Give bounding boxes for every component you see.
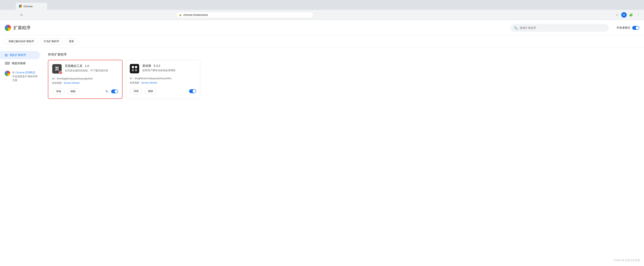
header-left: 扩展程序	[5, 25, 31, 31]
ext-info-1: 篡改猴 5.3.2 使用用户脚本自由地改变网络	[142, 64, 196, 72]
ext-inspect-1: 检查视图 Service Worker	[130, 81, 196, 85]
ext-icon-char-0: 页	[55, 66, 59, 72]
dot-4	[135, 69, 137, 71]
security-icon: 🔒	[179, 13, 182, 16]
bookmark-icon[interactable]: ☆	[614, 12, 620, 18]
extension-card-1: 篡改猴 5.3.2 使用用户脚本自由地改变网络 ID：dhdgffkkebhmk…	[126, 60, 200, 99]
update-button[interactable]: 更新	[65, 38, 78, 44]
discover-text: 在 Chrome 应用商店 中发现更多扩展程序和主题	[12, 71, 38, 82]
ext-icon-0: 页 ⊘	[52, 64, 62, 74]
ext-remove-btn-1[interactable]: 移除	[144, 88, 157, 94]
extensions-sidebar-icon: ⊞	[5, 53, 8, 57]
watermark: CSDN @ 京东云开发者	[614, 259, 640, 262]
refresh-button[interactable]: ↻	[19, 12, 24, 18]
address-bar-row: ← → ↻ 🔒 chrome://extensions ☆ A 🧩 ⋮	[0, 10, 644, 20]
ext-id-1: ID：dhdgffkkebhmkfjojejmpbldmpobfkfo	[130, 76, 196, 81]
ext-footer-0: 详情 移除 ↻	[52, 88, 118, 95]
ext-desc-0: 在页面右侧添加按钮，可下载页面内容	[65, 69, 118, 73]
ext-remove-btn-0[interactable]: 移除	[67, 88, 79, 95]
sidebar-item-my-extensions[interactable]: ⊞ 我的扩展程序	[0, 51, 40, 59]
discover-text-after: 中发现更多扩展程序和主题	[12, 75, 38, 82]
load-unpacked-button[interactable]: 加载已解压的扩展程序	[5, 38, 38, 44]
sidebar-keyboard-shortcuts-label: 键盘快捷键	[12, 62, 26, 65]
buttons-row: 加载已解压的扩展程序 打包扩展程序 更新	[0, 35, 644, 48]
dot-1	[132, 66, 134, 68]
section-title: 所有扩展程序	[48, 52, 639, 57]
extension-card-0: 页 ⊘ 页面概括工具 1.0	[48, 60, 122, 99]
discover-link[interactable]: Chrome 应用商店	[16, 71, 36, 74]
ext-meta-0: ID：fkmfddgllphicjleppbakhgoagkekbki 检查视图…	[52, 77, 118, 85]
ext-name-1: 篡改猴 5.3.2	[142, 64, 196, 68]
dot-3	[132, 69, 134, 71]
tab-title: Chrome	[24, 5, 32, 8]
dev-mode-toggle[interactable]	[632, 26, 639, 30]
ext-card-header-0: 页 ⊘ 页面概括工具 1.0	[52, 64, 118, 74]
discover-chrome-icon	[5, 71, 10, 76]
ext-meta-1: ID：dhdgffkkebhmkfjojejmpbldmpobfkfo 检查视图…	[130, 76, 196, 85]
chrome-logo	[5, 25, 11, 31]
more-menu-icon[interactable]: ⋮	[635, 12, 641, 18]
toolbar-right: ☆ A 🧩 ⋮	[614, 12, 641, 18]
main-content: 所有扩展程序 页 ⊘	[43, 48, 644, 266]
extensions-icon[interactable]: 🧩	[628, 12, 634, 18]
address-bar[interactable]: 🔒 chrome://extensions	[176, 12, 313, 18]
ext-version-1: 5.3.2	[154, 64, 160, 67]
sidebar-discover: 在 Chrome 应用商店 中发现更多扩展程序和主题	[0, 67, 43, 85]
extensions-grid: 页 ⊘ 页面概括工具 1.0	[48, 60, 639, 99]
ext-detail-btn-0[interactable]: 详情	[52, 88, 65, 95]
page: 扩展程序 🔍 开发者模式 加载已解压的扩展程序 打包扩展程序 更新 ⊞ 我	[0, 20, 644, 266]
keyboard-icon: ⌨	[5, 61, 10, 65]
dev-mode-section: 开发者模式	[616, 26, 639, 30]
ext-version-0: 1.0	[85, 64, 89, 67]
ext-service-worker-link-0[interactable]: Service Worker	[64, 82, 80, 84]
sidebar: ⊞ 我的扩展程序 ⌨ 键盘快捷键 在 Chrome 应用商店 中发现更多扩展程序…	[0, 48, 43, 266]
discover-text-before: 在	[12, 71, 15, 74]
dev-mode-label: 开发者模式	[616, 26, 630, 30]
ext-name-0: 页面概括工具 1.0	[65, 64, 118, 68]
ext-info-0: 页面概括工具 1.0 在页面右侧添加按钮，可下载页面内容	[65, 64, 118, 73]
ext-refresh-icon-0[interactable]: ↻	[106, 89, 108, 94]
search-icon: 🔍	[514, 26, 518, 30]
ext-desc-1: 使用用户脚本自由地改变网络	[142, 68, 196, 72]
tab-favicon	[19, 5, 22, 8]
back-button[interactable]: ←	[3, 12, 9, 18]
profile-menu-icon[interactable]: A	[621, 12, 627, 18]
ext-detail-btn-1[interactable]: 详情	[130, 88, 142, 94]
page-title: 扩展程序	[13, 25, 31, 31]
ext-badge-0: ⊘	[59, 71, 62, 74]
ext-toggle-0[interactable]	[111, 89, 118, 93]
browser-tab[interactable]: Chrome	[16, 3, 47, 10]
tampermonkey-dots	[130, 64, 139, 73]
ext-card-header-1: 篡改猴 5.3.2 使用用户脚本自由地改变网络	[130, 64, 196, 73]
ext-badge-icon-0: ⊘	[60, 72, 62, 74]
profile-avatar: A	[621, 12, 627, 18]
search-bar[interactable]: 🔍	[510, 24, 609, 32]
ext-icon-1	[130, 64, 139, 73]
forward-button[interactable]: →	[11, 12, 16, 18]
address-text: chrome://extensions	[184, 13, 208, 16]
pack-extension-button[interactable]: 打包扩展程序	[40, 38, 63, 44]
page-header: 扩展程序 🔍 开发者模式	[0, 20, 644, 35]
ext-footer-1: 详情 移除	[130, 88, 196, 94]
ext-inspect-0: 检查视图 Service Worker	[52, 81, 118, 85]
content-area: ⊞ 我的扩展程序 ⌨ 键盘快捷键 在 Chrome 应用商店 中发现更多扩展程序…	[0, 48, 644, 266]
sidebar-my-extensions-label: 我的扩展程序	[10, 53, 26, 57]
search-input[interactable]	[520, 26, 605, 29]
dot-2	[135, 66, 137, 68]
ext-id-0: ID：fkmfddgllphicjleppbakhgoagkekbki	[52, 77, 118, 81]
sidebar-item-keyboard-shortcuts[interactable]: ⌨ 键盘快捷键	[0, 59, 40, 67]
ext-toggle-1[interactable]	[189, 89, 196, 93]
ext-service-worker-link-1[interactable]: Service Worker	[141, 81, 157, 84]
